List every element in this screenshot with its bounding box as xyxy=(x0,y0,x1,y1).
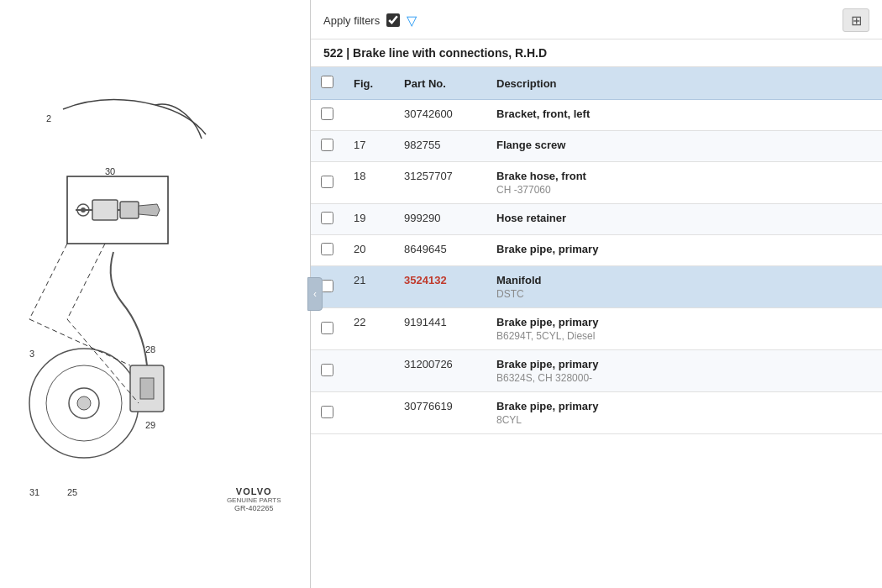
row-checkbox-cell xyxy=(311,235,344,266)
section-title: 522 | Brake line with connections, R.H.D xyxy=(311,39,882,67)
svg-text:3: 3 xyxy=(29,349,34,359)
section-separator: | xyxy=(346,46,353,60)
part-number-value: 31200726 xyxy=(404,358,453,370)
section-name: Brake line with connections, R.H.D xyxy=(353,46,547,60)
row-fig: 22 xyxy=(344,308,394,350)
table-row: 229191441Brake pipe, primaryB6294T, 5CYL… xyxy=(311,308,882,350)
table-body: 30742600Bracket, front, left17982755Flan… xyxy=(311,100,882,434)
desc-main-text: Bracket, front, left xyxy=(496,108,872,120)
apply-filters-label: Apply filters xyxy=(323,14,380,27)
part-number-value: 30742600 xyxy=(404,108,453,120)
row-description: Flange screw xyxy=(486,131,882,162)
row-part-no: 8649645 xyxy=(394,235,486,266)
desc-main-text: Brake pipe, primary xyxy=(496,316,872,328)
row-description: Brake hose, frontCH -377060 xyxy=(486,162,882,204)
diagram-ref: GR-402265 xyxy=(227,504,281,512)
desc-sub-text: CH -377060 xyxy=(496,184,872,196)
row-select-checkbox[interactable] xyxy=(321,212,333,224)
table-row: 30742600Bracket, front, left xyxy=(311,100,882,131)
row-description: Hose retainer xyxy=(486,204,882,235)
desc-main-text: Flange screw xyxy=(496,139,872,151)
part-number-value: 30776619 xyxy=(404,400,453,412)
svg-text:31: 31 xyxy=(29,487,39,497)
svg-rect-6 xyxy=(120,202,139,218)
row-part-no: 30776619 xyxy=(394,392,486,434)
parts-diagram: 2 30 3 xyxy=(21,76,290,512)
table-row: 31200726Brake pipe, primaryB6324S, CH 32… xyxy=(311,350,882,392)
desc-main-text: Brake pipe, primary xyxy=(496,400,872,412)
row-select-checkbox[interactable] xyxy=(321,108,333,120)
row-part-no: 9191441 xyxy=(394,308,486,350)
diagram-area: 2 30 3 xyxy=(13,59,298,529)
desc-main-text: Brake hose, front xyxy=(496,170,872,182)
filter-funnel-icon[interactable]: ▽ xyxy=(407,13,417,29)
row-checkbox-cell xyxy=(311,350,344,392)
row-fig: 20 xyxy=(344,235,394,266)
desc-main-text: Hose retainer xyxy=(496,212,872,224)
row-select-checkbox[interactable] xyxy=(321,243,333,255)
svg-text:28: 28 xyxy=(145,344,155,354)
apply-filters-checkbox[interactable] xyxy=(386,13,400,27)
row-part-no: 31257707 xyxy=(394,162,486,204)
table-row: 208649645Brake pipe, primary xyxy=(311,235,882,266)
row-description: Brake pipe, primary xyxy=(486,235,882,266)
svg-text:30: 30 xyxy=(105,166,115,176)
part-number-value: 3524132 xyxy=(404,274,447,286)
table-row: 213524132ManifoldDSTC xyxy=(311,266,882,308)
parts-table-container: Fig. Part No. Description 30742600Bracke… xyxy=(311,67,882,588)
col-desc-header: Description xyxy=(486,67,882,100)
collapse-arrow-icon: ‹ xyxy=(313,288,317,300)
row-select-checkbox[interactable] xyxy=(321,176,333,188)
part-number-value: 999290 xyxy=(404,212,440,224)
volvo-brand: VOLVO xyxy=(227,486,281,496)
row-part-no: 3524132 xyxy=(394,266,486,308)
row-checkbox-cell xyxy=(311,204,344,235)
row-checkbox-cell xyxy=(311,392,344,434)
row-fig: 21 xyxy=(344,266,394,308)
section-number: 522 xyxy=(323,46,343,60)
button-icon: ⊞ xyxy=(851,13,862,29)
desc-sub-text: B6294T, 5CYL, Diesel xyxy=(496,330,872,342)
row-select-checkbox[interactable] xyxy=(321,139,333,151)
collapse-button[interactable]: ‹ xyxy=(307,277,323,311)
part-number-value: 9191441 xyxy=(404,316,447,328)
row-fig xyxy=(344,350,394,392)
desc-sub-text: B6324S, CH 328000- xyxy=(496,372,872,384)
row-description: Bracket, front, left xyxy=(486,100,882,131)
select-all-checkbox[interactable] xyxy=(321,76,333,88)
row-select-checkbox[interactable] xyxy=(321,280,333,292)
row-select-checkbox[interactable] xyxy=(321,406,333,418)
row-checkbox-cell xyxy=(311,308,344,350)
svg-rect-0 xyxy=(21,76,290,512)
col-fig-header: Fig. xyxy=(344,67,394,100)
row-checkbox-cell xyxy=(311,162,344,204)
volvo-sub: GENUINE PARTS xyxy=(227,496,281,504)
top-right-button[interactable]: ⊞ xyxy=(843,8,869,32)
svg-rect-5 xyxy=(92,200,118,220)
svg-point-15 xyxy=(77,396,91,410)
diagram-panel: 2 30 3 xyxy=(0,0,311,588)
part-number-value: 31257707 xyxy=(404,170,453,182)
row-checkbox-cell xyxy=(311,131,344,162)
part-number-value: 8649645 xyxy=(404,243,447,255)
svg-text:25: 25 xyxy=(67,487,77,497)
row-checkbox-cell xyxy=(311,100,344,131)
row-description: Brake pipe, primaryB6324S, CH 328000- xyxy=(486,350,882,392)
svg-point-8 xyxy=(81,207,86,213)
desc-main-text: Manifold xyxy=(496,274,872,286)
desc-main-text: Brake pipe, primary xyxy=(496,243,872,255)
row-select-checkbox[interactable] xyxy=(321,322,333,334)
row-fig xyxy=(344,392,394,434)
row-select-checkbox[interactable] xyxy=(321,364,333,376)
volvo-logo: VOLVO GENUINE PARTS GR-402265 xyxy=(227,486,281,512)
row-description: ManifoldDSTC xyxy=(486,266,882,308)
row-part-no: 999290 xyxy=(394,204,486,235)
table-row: 17982755Flange screw xyxy=(311,131,882,162)
table-header-row: Fig. Part No. Description xyxy=(311,67,882,100)
parts-table: Fig. Part No. Description 30742600Bracke… xyxy=(311,67,882,434)
table-row: 19999290Hose retainer xyxy=(311,204,882,235)
row-description: Brake pipe, primary8CYL xyxy=(486,392,882,434)
row-part-no: 982755 xyxy=(394,131,486,162)
right-panel: Apply filters ▽ ⊞ 522 | Brake line with … xyxy=(311,0,882,588)
desc-sub-text: 8CYL xyxy=(496,414,872,426)
